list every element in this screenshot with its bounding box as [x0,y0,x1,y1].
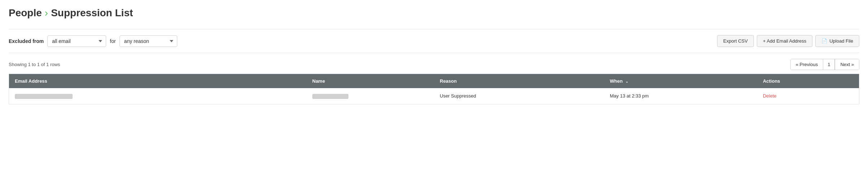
previous-button[interactable]: « Previous [791,59,823,70]
when-value: May 13 at 2:33 pm [610,93,649,99]
next-button[interactable]: Next » [835,59,859,70]
upload-icon: 📄 [821,38,827,44]
for-label: for [110,38,116,44]
breadcrumb-people[interactable]: People [9,7,42,19]
excluded-from-select[interactable]: all email marketing email transactional … [47,35,106,47]
pagination: « Previous 1 Next » [790,59,859,70]
suppression-table: Email Address Name Reason When ⌄ Actions [9,74,859,104]
excluded-from-label: Excluded from [9,38,44,44]
cell-name [307,88,434,104]
col-header-name: Name [307,74,434,88]
col-header-when[interactable]: When ⌄ [604,74,757,88]
breadcrumb-separator: › [45,7,48,19]
col-reason-label: Reason [440,78,457,84]
reason-select[interactable]: any reason user suppressed bounced unsub… [120,35,177,47]
cell-email [9,88,307,104]
delete-button[interactable]: Delete [763,93,777,99]
breadcrumb-current: Suppression List [51,7,133,19]
col-actions-label: Actions [763,78,780,84]
table-row: User Suppressed May 13 at 2:33 pm Delete [9,88,859,104]
filter-left: Excluded from all email marketing email … [9,35,177,47]
col-name-label: Name [312,78,325,84]
filter-bar: Excluded from all email marketing email … [9,29,859,53]
col-email-label: Email Address [15,78,47,84]
reason-value: User Suppressed [440,93,476,99]
filter-right: Export CSV + Add Email Address 📄 Upload … [717,35,859,47]
table-body: User Suppressed May 13 at 2:33 pm Delete [9,88,859,104]
col-when-label: When [610,78,622,84]
table-header: Email Address Name Reason When ⌄ Actions [9,74,859,88]
col-header-email: Email Address [9,74,307,88]
name-redacted [312,94,348,99]
cell-reason: User Suppressed [434,88,604,104]
sort-desc-icon: ⌄ [625,79,628,83]
showing-text: Showing 1 to 1 of 1 rows [9,62,60,67]
export-csv-button[interactable]: Export CSV [717,35,754,47]
table-header-row: Email Address Name Reason When ⌄ Actions [9,74,859,88]
cell-when: May 13 at 2:33 pm [604,88,757,104]
add-email-button[interactable]: + Add Email Address [757,35,812,47]
page-header: People › Suppression List [9,7,859,19]
col-header-reason: Reason [434,74,604,88]
col-header-actions: Actions [757,74,859,88]
email-redacted [15,94,73,99]
upload-file-label: Upload File [829,38,853,44]
upload-file-button[interactable]: 📄 Upload File [815,35,859,47]
cell-actions: Delete [757,88,859,104]
pagination-current-page: 1 [823,59,835,70]
table-meta: Showing 1 to 1 of 1 rows « Previous 1 Ne… [9,59,859,70]
